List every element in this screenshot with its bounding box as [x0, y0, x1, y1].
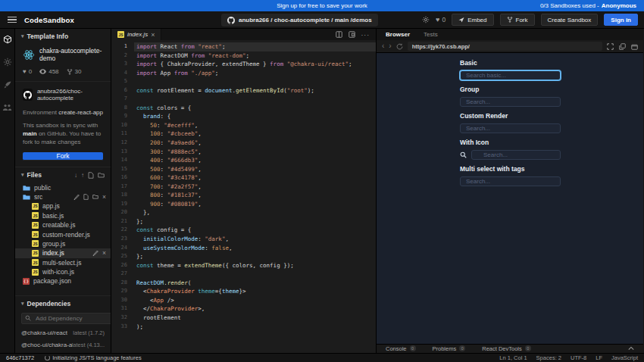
download-icon[interactable]: ↓: [74, 172, 77, 179]
dependencies-header[interactable]: ▾ Dependencies: [15, 296, 111, 310]
delete-icon[interactable]: ×: [102, 249, 106, 257]
code-line-19[interactable]: 19 900: "#080819",: [111, 200, 376, 209]
expand-console-icon[interactable]: [628, 346, 634, 351]
sandbox-cube-icon[interactable]: [3, 35, 12, 44]
sign-in-button[interactable]: Sign in: [604, 14, 638, 26]
tab-browser[interactable]: Browser: [386, 31, 410, 38]
tab-tests[interactable]: Tests: [424, 31, 438, 38]
open-new-window-icon[interactable]: [631, 43, 638, 50]
new-folder-icon[interactable]: [92, 194, 98, 199]
fork-button[interactable]: Fork: [500, 14, 535, 26]
like-count[interactable]: ♥0: [436, 16, 445, 23]
delete-icon[interactable]: ×: [102, 193, 106, 201]
split-view-icon[interactable]: [336, 31, 342, 38]
language-mode[interactable]: JavaScript: [611, 354, 638, 361]
eol-setting[interactable]: LF: [596, 354, 602, 361]
code-line-6[interactable]: 6const rootElement = document.getElement…: [111, 86, 376, 95]
forward-icon[interactable]: ›: [389, 42, 391, 50]
back-icon[interactable]: ‹: [382, 42, 384, 50]
rename-icon[interactable]: [92, 250, 98, 256]
code-line-29[interactable]: 29 <ChakraProvider theme={theme}>: [111, 287, 376, 296]
console-tab[interactable]: Console0: [386, 345, 416, 352]
group-search-input[interactable]: [460, 97, 561, 107]
sandbox-title[interactable]: chakra-autocomplete-demo: [39, 47, 103, 62]
indentation-setting[interactable]: Spaces: 2: [536, 354, 561, 361]
dependency-row[interactable]: @emotion/reactlatest (11.7.0): [15, 351, 111, 353]
rename-icon[interactable]: [73, 194, 80, 200]
code-line-13[interactable]: 13 300: "#888ec5",: [111, 148, 376, 157]
code-line-9[interactable]: 9 brand: {: [111, 112, 376, 121]
dependency-row[interactable]: @choc-ui/chakra-autoc...latest (4.13...: [15, 339, 111, 351]
code-line-5[interactable]: 5: [111, 77, 376, 86]
add-dependency-input[interactable]: [21, 313, 111, 324]
upload-icon[interactable]: ↑: [81, 172, 84, 179]
embed-button[interactable]: Embed: [452, 14, 493, 26]
create-sandbox-button[interactable]: Create Sandbox: [541, 14, 599, 26]
code-line-8[interactable]: 8const colors = {: [111, 104, 376, 113]
code-line-27[interactable]: 27: [111, 270, 376, 279]
new-folder-icon[interactable]: [98, 172, 105, 178]
file-row-package-json[interactable]: { }package.json: [15, 276, 111, 286]
file-row-public[interactable]: public: [15, 183, 111, 192]
duplicate-window-icon[interactable]: [619, 43, 626, 50]
code-line-1[interactable]: 1import React from "react";: [111, 42, 376, 51]
github-repo-breadcrumb[interactable]: anubra266 / choc-autocomplete / main /de…: [221, 14, 378, 27]
code-line-30[interactable]: 30 <App />: [111, 296, 376, 305]
code-line-15[interactable]: 15 500: "#4d5499",: [111, 165, 376, 174]
responsive-mode-icon[interactable]: [607, 43, 614, 50]
live-team-icon[interactable]: [2, 103, 12, 112]
tab-index-js[interactable]: JS index.js ×: [111, 29, 161, 40]
file-row-group-js[interactable]: JSgroup.js: [15, 239, 111, 248]
code-line-18[interactable]: 18 800: "#181c37",: [111, 191, 376, 200]
code-line-17[interactable]: 17 700: "#2a2f57",: [111, 183, 376, 192]
template-info-header[interactable]: ▾ Template Info: [15, 29, 111, 42]
code-line-22[interactable]: 22const config = {: [111, 226, 376, 235]
code-line-2[interactable]: 2import ReactDOM from "react-dom";: [111, 51, 376, 61]
files-header[interactable]: ▾ Files ↓ ↑: [15, 167, 111, 181]
file-row-with-icon-js[interactable]: JSwith-icon.js: [15, 267, 111, 276]
code-line-4[interactable]: 4import App from "./app";: [111, 69, 376, 78]
code-line-16[interactable]: 16 600: "#3c4178",: [111, 173, 376, 183]
problems-tab[interactable]: Problems0: [433, 345, 466, 352]
code-line-12[interactable]: 12 200: "#a9aed6",: [111, 139, 376, 148]
basic-search-input[interactable]: [460, 70, 561, 80]
open-preview-icon[interactable]: [349, 31, 355, 38]
url-input[interactable]: [408, 42, 602, 51]
deployment-rocket-icon[interactable]: [3, 80, 12, 89]
cursor-position[interactable]: Ln 1, Col 1: [499, 354, 527, 361]
code-line-11[interactable]: 11 100: "#cbceeb",: [111, 130, 376, 139]
code-line-32[interactable]: 32 rootElement: [111, 314, 376, 323]
code-line-26[interactable]: 26const theme = extendTheme({ colors, co…: [111, 261, 376, 270]
react-devtools-tab[interactable]: React DevTools0: [482, 345, 531, 352]
file-row-basic-js[interactable]: JSbasic.js: [15, 211, 111, 220]
file-row-custom-render-js[interactable]: JScustom-render.js: [15, 229, 111, 239]
file-row-creatable-js[interactable]: JScreatable.js: [15, 220, 111, 229]
file-row-src[interactable]: src×: [15, 192, 111, 201]
code-line-14[interactable]: 14 400: "#666db3",: [111, 156, 376, 165]
close-icon[interactable]: ×: [151, 31, 155, 39]
code-line-31[interactable]: 31 </ChakraProvider>,: [111, 304, 376, 314]
multi-select-with-tags-search-input[interactable]: [460, 176, 561, 186]
codesandbox-logo[interactable]: CodeSandbox: [24, 16, 74, 24]
config-gear-icon[interactable]: [3, 58, 12, 67]
code-line-7[interactable]: 7: [111, 95, 376, 104]
code-line-20[interactable]: 20 },: [111, 208, 376, 217]
code-line-25[interactable]: 25};: [111, 252, 376, 261]
more-options-icon[interactable]: ···: [361, 31, 370, 39]
menu-icon[interactable]: [8, 17, 17, 23]
file-row-index-js[interactable]: JSindex.js×: [15, 248, 111, 257]
custom-render-search-input[interactable]: [460, 123, 561, 133]
code-line-3[interactable]: 3import { ChakraProvider, extendTheme } …: [111, 60, 376, 69]
github-source-row[interactable]: anubra266/choc-autocomplete: [15, 82, 111, 105]
code-line-28[interactable]: 28ReactDOM.render(: [111, 279, 376, 288]
refresh-icon[interactable]: [396, 43, 403, 50]
file-row-multi-select-js[interactable]: JSmulti-select.js: [15, 258, 111, 267]
with-icon-search-input[interactable]: [471, 150, 561, 160]
code-line-33[interactable]: 33);: [111, 323, 376, 332]
dependency-row[interactable]: @chakra-ui/reactlatest (1.7.2): [15, 327, 111, 339]
new-file-icon[interactable]: [88, 172, 94, 179]
settings-icon[interactable]: [422, 16, 430, 23]
code-line-10[interactable]: 10 50: "#ecefff",: [111, 121, 376, 130]
code-line-23[interactable]: 23 initialColorMode: "dark",: [111, 235, 376, 244]
new-file-icon[interactable]: [83, 194, 89, 200]
